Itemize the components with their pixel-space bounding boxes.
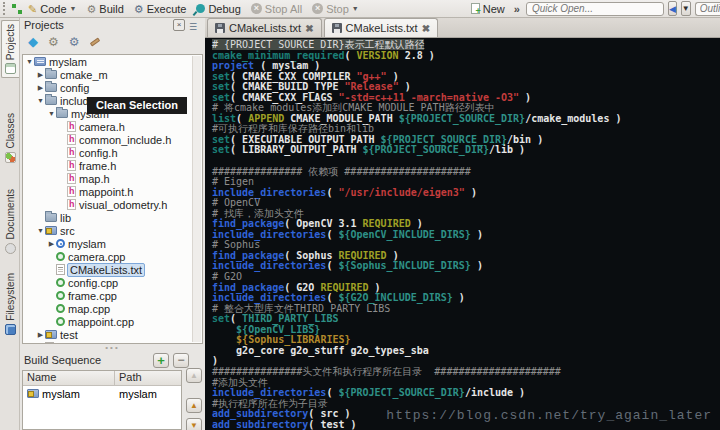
tree-item-camera-cpp[interactable]: camera.cpp [23,250,202,263]
move-down-button[interactable]: ▼ [186,418,202,430]
sidetab-documents[interactable]: Documents [1,186,19,257]
stop-icon: × [251,3,262,14]
tree-item-frame-h[interactable]: frame.h [23,159,202,172]
expander-open-icon[interactable]: ▼ [25,58,34,65]
toolbar-overflow-chevron[interactable]: » [514,3,520,15]
tree-item-lib[interactable]: lib [23,211,202,224]
tab-cmakelists-1[interactable]: CMakeLists.txt ✖ [207,18,322,37]
sort-button[interactable]: ▲ [186,368,202,383]
stop-button[interactable]: × Stop▼ [309,2,362,16]
sidetab-projects[interactable]: Projects [1,20,19,78]
code-line: g2o_core g2o_stuff g2o_types_sba [212,346,720,357]
tab-cmakelists-2[interactable]: CMakeLists.txt ✖ [324,18,439,37]
add-project-button[interactable]: + [153,353,169,368]
outline-input[interactable] [695,2,720,16]
tree-item-label: myslam [49,56,87,68]
stop-all-button[interactable]: × Stop All [248,2,305,16]
tree-scrollbar[interactable] [192,56,201,342]
tree-item-label: camera.cpp [68,251,125,263]
table-row[interactable]: myslam myslam [23,386,181,401]
clean-brush-icon[interactable] [89,37,99,46]
code-line: include_directories( ${OpenCV_INCLUDE_DI… [212,230,720,241]
remove-project-button[interactable]: − [173,353,189,368]
tree-item-visual-odometry-h[interactable]: visual_odometry.h [23,198,202,211]
tree-item-cmake-m[interactable]: ▶cmake_m [23,68,202,81]
tree-item-frame-cpp[interactable]: frame.cpp [23,289,202,302]
cpp-file-icon [56,278,65,287]
move-up-button[interactable]: ▲ [186,398,202,413]
sidetab-classes[interactable]: Classes [1,110,19,166]
nav-history-dropdown-button[interactable]: ▼ [681,1,691,16]
documents-icon [5,243,16,254]
expander-open-icon[interactable]: ▼ [47,110,56,117]
link-editor-icon[interactable]: ◆ [28,36,38,48]
tree-item-label: test [60,329,78,341]
project-tree: ▼myslam▶cmake_m▶config▼include▼myslamcam… [22,54,203,344]
tree-item-myslam[interactable]: ▼myslam [23,55,202,68]
classes-icon [5,152,16,163]
tree-item-map-h[interactable]: map.h [23,172,202,185]
tree-item-src[interactable]: ▼src [23,224,202,237]
toolbar-grip[interactable] [3,2,5,15]
txt-file-icon [56,264,65,275]
chevron-down-icon: ▼ [70,5,77,12]
stop-icon: × [312,3,323,14]
build-button[interactable]: ⚙ Build [83,2,126,16]
column-header-name[interactable]: Name [23,371,115,385]
new-button[interactable]: New [468,2,508,16]
tree-item-mappoint-cpp[interactable]: mappoint.cpp [23,315,202,328]
tree-item-common-include-h[interactable]: common_include.h [23,133,202,146]
triangle-up-icon: ▲ [190,371,198,380]
tab-list-icon[interactable]: ☰ [189,22,202,33]
tree-item-config[interactable]: ▶config [23,81,202,94]
tree-item-label: config.cpp [68,277,118,289]
folder-file-icon [45,213,57,222]
code-editor[interactable]: # {PROJECT SOURCE DIR}表示工程默认路径cmake_mini… [205,38,720,430]
expander-closed-icon[interactable]: ▶ [47,240,56,248]
tree-item-config-cpp[interactable]: config.cpp [23,276,202,289]
detach-panel-button[interactable]: × [173,19,185,31]
projects-panel: Projects × ◆ ⚙ ⚙ ▼myslam▶cmake_m▶config▼… [20,18,205,430]
tree-item-label: visual_odometry.h [79,199,167,211]
build-config-gear-icon[interactable]: ⚙ [48,36,59,48]
code-button[interactable]: ✎ Code▼ [25,2,79,16]
expander-closed-icon[interactable]: ▶ [36,71,45,79]
tree-item-config-h[interactable]: config.h [23,146,202,159]
folder-file-icon [45,96,57,105]
target-file-icon [56,239,65,248]
cpp-file-icon [56,252,65,261]
project-icon [27,389,39,398]
expander-closed-icon[interactable]: ▶ [36,84,45,92]
execute-button[interactable]: ⚙ Execute [131,2,190,16]
tree-item-label: config.h [79,147,118,159]
tree-item-camera-h[interactable]: camera.h [23,120,202,133]
new-file-icon [471,3,480,14]
expander-open-icon[interactable]: ▼ [36,227,45,234]
chevron-down-icon: ▼ [682,4,690,13]
projects-icon [5,63,16,74]
code-line: include_directories( ${Sophus_INCLUDE_DI… [212,261,720,272]
tree-item-myslam[interactable]: ▶myslam [23,237,202,250]
tree-item-test[interactable]: ▶test [23,328,202,341]
tree-item-map-cpp[interactable]: map.cpp [23,302,202,315]
expander-open-icon[interactable]: ▼ [36,97,45,104]
h-file-icon [67,173,76,184]
expander-closed-icon[interactable]: ▶ [36,331,45,339]
txt-file-icon [45,342,54,344]
projects-toolbar: ◆ ⚙ ⚙ [20,32,205,52]
close-tab-icon[interactable]: ✖ [422,23,430,34]
debug-button[interactable]: Debug [193,2,243,16]
project-settings-gear-icon[interactable]: ⚙ [69,36,80,48]
nav-back-button[interactable]: ◀ [668,1,677,16]
tree-item-label: config [60,82,89,94]
pencil-icon: ✎ [28,4,37,14]
arrow-down-icon: ▼ [190,421,198,430]
side-tab-strip: Projects Classes Documents Filesystem [0,18,20,430]
sidetab-filesystem[interactable]: Filesystem [1,270,19,338]
tree-item-cmakelists-txt[interactable]: CMakeLists.txt [23,263,202,276]
close-tab-icon[interactable]: ✖ [305,23,313,34]
tree-item-mappoint-h[interactable]: mappoint.h [23,185,202,198]
quick-open-input[interactable] [526,2,664,16]
column-header-path[interactable]: Path [115,371,181,385]
tree-item-label: CMakeLists.txt [67,263,145,277]
